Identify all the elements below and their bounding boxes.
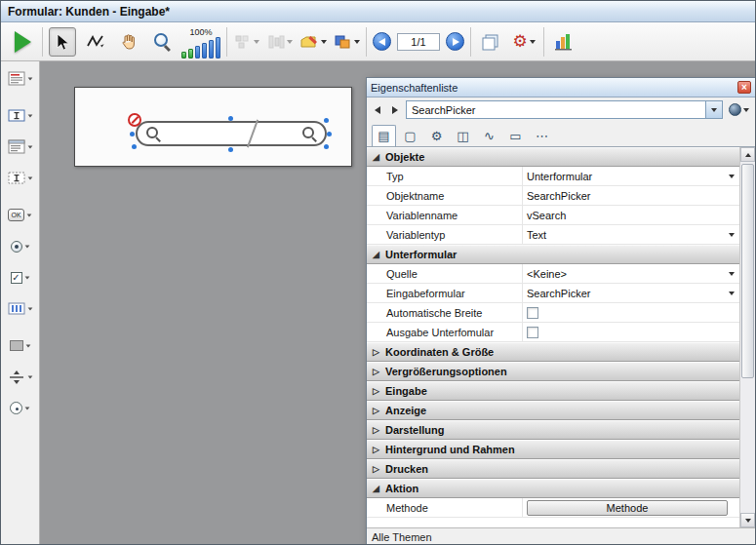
zoom-tool-button[interactable] (148, 27, 176, 57)
value-variablenname[interactable]: vSearch (523, 206, 739, 224)
object-selector-combobox[interactable]: SearchPicker (406, 100, 723, 119)
methode-button[interactable]: Methode (527, 500, 728, 516)
value-eingabeformular[interactable]: SearchPicker (523, 284, 739, 302)
dropdown-caret-icon (729, 175, 735, 178)
select-tool-button[interactable] (49, 27, 76, 57)
value-objektname[interactable]: SearchPicker (523, 186, 739, 205)
property-label: Automatische Breite (367, 303, 523, 322)
section-aktion[interactable]: ◢Aktion (367, 479, 739, 498)
input-tool[interactable] (3, 103, 37, 128)
section-unterformular[interactable]: ◢Unterformular (367, 245, 739, 264)
scrollbar-thumb[interactable] (741, 164, 754, 378)
zoom-bar[interactable] (188, 49, 193, 58)
draw-tool-button[interactable] (82, 27, 109, 57)
tab-settings[interactable]: ⚙ (424, 125, 449, 146)
property-label: Objektname (367, 186, 523, 205)
section-koordinaten-größe[interactable]: ▷Koordinaten & Größe (367, 342, 739, 362)
tab-property-list[interactable]: ▤ (372, 125, 396, 146)
value-typ[interactable]: Unterformular (523, 167, 739, 185)
scroll-up-button[interactable] (740, 147, 755, 162)
section-objekte[interactable]: ◢Objekte (367, 147, 739, 167)
separator (226, 27, 227, 57)
form-page-area[interactable] (74, 87, 352, 167)
close-icon[interactable] (737, 81, 751, 94)
move-level-button[interactable] (299, 27, 327, 57)
zoom-bar[interactable] (209, 40, 214, 58)
scroll-down-button[interactable] (740, 513, 755, 527)
button-icon: OK (8, 209, 23, 221)
view-options-button[interactable] (727, 103, 751, 116)
combobox-tool[interactable] (3, 166, 37, 190)
tab-objects[interactable]: ◫ (451, 125, 475, 146)
section-darstellung[interactable]: ▷Darstellung (367, 420, 739, 440)
selection-handle[interactable] (327, 132, 332, 136)
selection-handle[interactable] (228, 116, 233, 121)
dropdown-caret-icon (711, 108, 717, 112)
oval-tool[interactable] (3, 396, 37, 420)
section-anzeige[interactable]: ▷Anzeige (367, 401, 739, 420)
value-variablentyp[interactable]: Text (523, 225, 739, 244)
radio-tool[interactable] (3, 234, 37, 258)
text-tool[interactable] (3, 66, 37, 91)
zoom-bar[interactable] (181, 52, 186, 58)
listbox-tool[interactable] (3, 135, 37, 159)
zoom-control[interactable]: 100% (181, 25, 220, 58)
columns-tool[interactable] (3, 296, 37, 321)
splitter-tool[interactable] (3, 365, 37, 389)
rectangle-tool[interactable] (3, 333, 37, 358)
button-tool[interactable]: OK (3, 203, 37, 227)
section-label: Drucken (385, 463, 428, 475)
selection-handle[interactable] (130, 132, 135, 136)
form-pages-button[interactable] (477, 27, 504, 57)
scrollbar-track[interactable] (740, 162, 755, 513)
section-vergrößerungsoptionen[interactable]: ▷Vergrößerungsoptionen (367, 362, 739, 381)
property-label: Typ (367, 167, 523, 185)
combobox-arrow[interactable] (705, 101, 722, 118)
text-icon (8, 71, 25, 87)
list-window-button[interactable] (550, 27, 577, 57)
tab-screen[interactable]: ▭ (503, 125, 528, 146)
section-drucken[interactable]: ▷Drucken (367, 459, 739, 479)
next-object-button[interactable] (388, 102, 402, 118)
value-automatische-breite (523, 303, 739, 322)
dropdown-caret-icon (27, 307, 32, 310)
zoom-bar[interactable] (216, 37, 220, 58)
next-icon (392, 106, 398, 114)
checkbox-tool[interactable] (3, 265, 37, 290)
object-warning-badge (128, 113, 141, 127)
color-tools-button[interactable] (333, 27, 360, 57)
selection-handle[interactable] (132, 144, 137, 149)
form-settings-button[interactable]: ⚙ (510, 27, 537, 57)
section-label: Darstellung (385, 424, 445, 436)
section-label: Unterformular (385, 249, 457, 260)
row-quelle: Quelle<Keine> (367, 264, 739, 284)
next-page-button[interactable] (446, 32, 464, 51)
selection-handle[interactable] (228, 147, 233, 152)
section-eingabe[interactable]: ▷Eingabe (367, 381, 739, 401)
selection-handle[interactable] (324, 118, 329, 123)
tab-events[interactable]: ∿ (477, 125, 501, 146)
prev-object-button[interactable] (371, 102, 384, 118)
checkbox-automatische-breite[interactable] (527, 307, 538, 319)
zoom-bar[interactable] (202, 43, 207, 58)
dropdown-caret-icon (27, 375, 32, 378)
prev-page-button[interactable] (373, 32, 391, 51)
searchpicker-subform-object[interactable] (136, 121, 327, 146)
zoom-bar[interactable] (195, 46, 200, 58)
props-titlebar[interactable]: Eigenschaftenliste (367, 78, 755, 97)
props-grid-wrap: ◢ObjekteTypUnterformularObjektnameSearch… (367, 147, 755, 528)
checkbox-ausgabe-unterfomular[interactable] (527, 327, 538, 338)
search-icon (146, 127, 160, 140)
align-tools-button (233, 27, 260, 57)
tab-form-display[interactable]: ▢ (398, 125, 422, 146)
run-form-button[interactable] (9, 27, 36, 57)
props-scrollbar[interactable] (740, 147, 755, 527)
value-quelle[interactable]: <Keine> (523, 264, 739, 283)
props-footer[interactable]: Alle Themen (367, 528, 755, 545)
hand-tool-button[interactable] (115, 27, 142, 57)
window-titlebar[interactable]: Formular: Kunden - Eingabe* (1, 1, 755, 22)
tab-more[interactable]: ⋯ (530, 125, 554, 146)
section-hintergrund-und-rahmen[interactable]: ▷Hintergrund und Rahmen (367, 440, 739, 459)
selection-handle[interactable] (324, 144, 329, 149)
columns-icon (8, 301, 25, 317)
